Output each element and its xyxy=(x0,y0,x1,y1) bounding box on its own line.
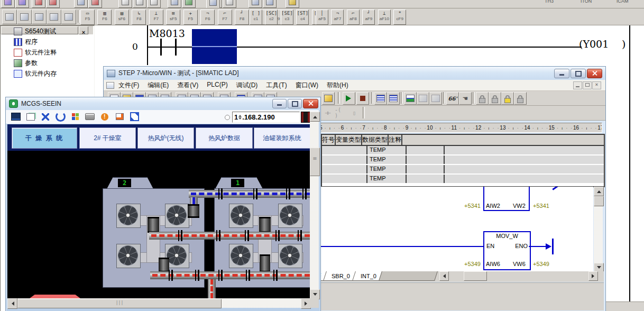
tree-item[interactable]: 程序 xyxy=(3,36,96,47)
ladder-symbol-button[interactable]: ↳F8 xyxy=(132,10,146,25)
minimize-button[interactable] xyxy=(272,99,287,108)
nav-tab-button[interactable]: 2# 干燥室 xyxy=(79,127,136,149)
ladder-symbol-button[interactable]: ┘aF9 xyxy=(362,10,375,25)
column-header[interactable]: 注释 xyxy=(389,135,402,145)
box-tool-icon[interactable]: ▯ xyxy=(348,107,360,118)
unforce-lock-icon[interactable] xyxy=(514,92,527,105)
gx-tool-icon-transfer[interactable] xyxy=(61,10,76,24)
column-header[interactable]: 符号 xyxy=(322,135,336,145)
gx-tool-icon-convert[interactable] xyxy=(2,10,17,24)
menu-item[interactable]: 窗口(W) xyxy=(291,80,323,91)
windows-flag-icon[interactable] xyxy=(69,112,81,122)
ladder-symbol-button[interactable]: ¬aF7 xyxy=(331,10,344,25)
var-type-cell[interactable]: TEMP xyxy=(367,175,407,183)
mdi-close-button[interactable]: × xyxy=(592,81,601,89)
toolbar-icon[interactable] xyxy=(32,0,45,8)
step7-title-bar[interactable]: STEP 7-Micro/WIN - 测试 - [SIMATIC LAD] xyxy=(104,67,605,80)
force-hand-icon[interactable] xyxy=(459,92,472,105)
comment-cell[interactable] xyxy=(445,175,604,183)
toolbar-icon[interactable] xyxy=(74,0,88,8)
mdi-minimize-button[interactable] xyxy=(573,81,582,89)
tree-item[interactable]: 软元件注释 xyxy=(3,47,96,58)
ladder-symbol-button[interactable]: ▭F5 xyxy=(80,10,95,25)
ip-address-field[interactable]: 1 .168.2.190 xyxy=(232,112,300,123)
mcgs-title-bar[interactable]: MCGS-SEEIN xyxy=(6,97,320,110)
nav-tab-button[interactable]: 热风炉数据 xyxy=(196,127,253,149)
ladder-symbol-button[interactable]: ┘F8 xyxy=(235,10,249,25)
alert-icon[interactable] xyxy=(99,112,111,122)
tree-item[interactable]: S6540测试 xyxy=(3,26,96,36)
scroll-thumb[interactable] xyxy=(17,299,222,308)
ladder-symbol-button[interactable]: ⊠sF5 xyxy=(166,10,180,25)
mdi-restore-button[interactable] xyxy=(583,81,592,89)
radio-indicator[interactable] xyxy=(225,115,230,120)
toolbar-icon[interactable] xyxy=(249,0,262,8)
contact-tool-icon[interactable]: ⊣⊢ xyxy=(322,107,334,118)
ladder-symbol-button[interactable]: ▤sF6 xyxy=(115,10,129,25)
unlock-icon[interactable] xyxy=(489,92,501,105)
scroll-thumb[interactable] xyxy=(310,148,320,176)
menu-item[interactable]: 工具(T) xyxy=(262,80,291,91)
comment-cell[interactable] xyxy=(445,156,604,164)
gx-tool-icon-error-check[interactable] xyxy=(17,10,32,24)
lock-icon[interactable] xyxy=(476,92,489,105)
mcgs-vertical-scrollbar[interactable] xyxy=(310,112,319,298)
toolbar-icon[interactable] xyxy=(206,0,220,8)
ladder-symbol-button[interactable]: [SE]c3 xyxy=(281,10,293,25)
windows-icon[interactable] xyxy=(25,112,36,122)
pause-status-icon[interactable] xyxy=(387,92,400,105)
ladder-symbol-button[interactable]: ▥F6 xyxy=(97,10,112,25)
ladder-symbol-button[interactable]: ⌐F7 xyxy=(218,10,232,25)
ladder-symbol-button[interactable]: ⊥aF10 xyxy=(378,10,391,25)
data-type-cell[interactable] xyxy=(407,156,445,164)
ladder-vertical-scrollbar[interactable] xyxy=(594,187,603,271)
valve[interactable] xyxy=(260,254,270,272)
coil-tool-icon[interactable]: -( ) xyxy=(335,107,346,118)
menu-item[interactable]: 文件(F) xyxy=(114,80,143,91)
chart-read-icon[interactable] xyxy=(429,92,442,105)
force-lock-icon[interactable] xyxy=(501,92,514,105)
var-type-cell[interactable]: TEMP xyxy=(367,165,407,173)
ladder-symbol-button[interactable]: *cF9 xyxy=(393,10,406,25)
symbol-cell[interactable] xyxy=(322,175,367,183)
comment-cell[interactable] xyxy=(445,146,604,154)
data-type-cell[interactable] xyxy=(407,146,445,154)
scroll-up-button[interactable] xyxy=(310,112,320,122)
ladder-symbol-button[interactable]: [ ]c1 xyxy=(250,10,262,25)
valve[interactable] xyxy=(148,217,159,233)
fullscreen-icon[interactable] xyxy=(128,112,140,122)
toolbar-icon[interactable] xyxy=(182,0,196,8)
column-header[interactable]: 数据类型 xyxy=(362,135,389,145)
toolbar-icon[interactable] xyxy=(118,0,132,8)
data-type-cell[interactable] xyxy=(407,175,445,183)
options-window-icon[interactable] xyxy=(322,92,335,105)
stop-icon[interactable] xyxy=(356,92,369,105)
tree-item[interactable]: 参数 xyxy=(3,58,96,68)
chart-pause-icon[interactable] xyxy=(417,92,429,105)
run-icon[interactable] xyxy=(343,92,355,105)
ladder-symbol-button[interactable]: ⌐aF8 xyxy=(347,10,360,25)
symbol-cell[interactable] xyxy=(322,146,367,154)
ladder-symbol-button[interactable]: ⊥F7 xyxy=(149,10,163,25)
toolbar-icon[interactable] xyxy=(88,0,102,8)
var-type-cell[interactable]: TEMP xyxy=(367,156,407,164)
tab-scroll-left-button[interactable] xyxy=(439,271,449,281)
step7-ladder-editor[interactable]: +5341 AIW2 VW2 +5341 MOV_W EN ENO +5349 … xyxy=(319,187,593,271)
monitor-glasses-icon[interactable] xyxy=(446,92,459,105)
ladder-symbol-button[interactable]: ¬F6 xyxy=(200,10,215,25)
maximize-button[interactable] xyxy=(288,99,302,108)
column-header[interactable]: 变量类型 xyxy=(336,135,362,145)
nav-tab-button[interactable]: 干 燥 系 统 xyxy=(12,127,77,149)
ip-spinner[interactable] xyxy=(238,113,242,121)
ladder-symbol-button[interactable]: +F5 xyxy=(183,10,198,25)
tree-item[interactable]: 软元件内存 xyxy=(3,68,96,79)
data-type-cell[interactable] xyxy=(407,165,445,173)
ladder-symbol-button[interactable]: [SC]c2 xyxy=(265,10,278,25)
close-button[interactable] xyxy=(303,99,318,108)
table-row[interactable]: TEMP xyxy=(322,165,604,175)
table-row[interactable]: TEMP xyxy=(322,156,604,165)
ladder-symbol-button[interactable]: [ST]c4 xyxy=(296,10,309,25)
minimize-button[interactable] xyxy=(554,69,569,78)
valve[interactable] xyxy=(188,204,199,218)
scada-canvas[interactable]: 2 1 xyxy=(7,151,310,298)
